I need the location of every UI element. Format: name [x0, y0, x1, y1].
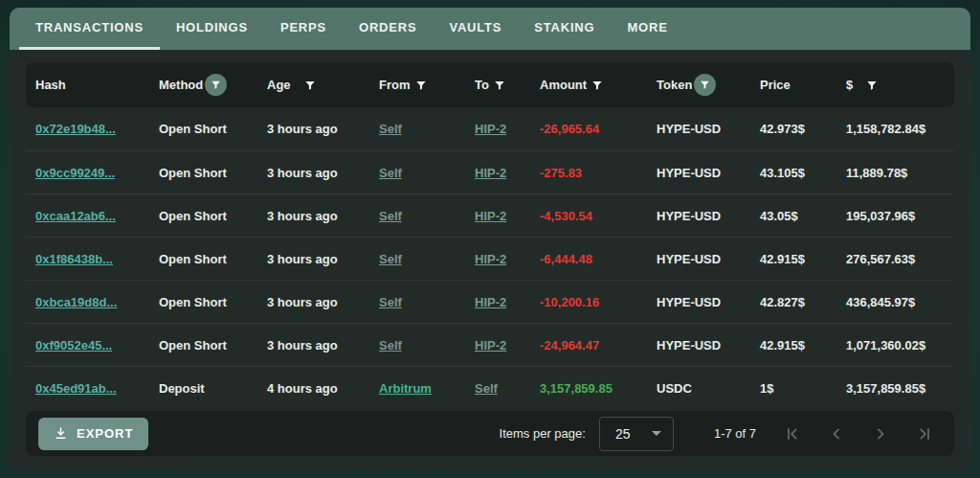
transactions-widget: TRANSACTIONS HOLDINGS PERPS ORDERS VAULT… [10, 8, 970, 469]
hash-link[interactable]: 0x9cc99249... [35, 166, 115, 180]
column-header-price: Price [760, 78, 791, 92]
usd-filter-icon[interactable] [865, 79, 879, 92]
hash-link[interactable]: 0x72e19b48... [35, 122, 116, 136]
token-cell: HYPE-USD [657, 122, 760, 136]
amount-cell: -275.83 [540, 166, 657, 180]
price-cell: 42.915$ [760, 338, 846, 353]
age-filter-icon[interactable] [303, 79, 317, 92]
export-button[interactable]: EXPORT [38, 418, 148, 450]
to-link[interactable]: HIP-2 [475, 252, 506, 266]
amount-filter-icon[interactable] [590, 79, 604, 92]
hash-link[interactable]: 0xcaa12ab6... [35, 209, 116, 223]
price-cell: 42.915$ [760, 252, 846, 266]
table-header: Hash Method Age From To Amount Token Pri… [26, 62, 954, 107]
usd-cell: 276,567.63$ [846, 252, 945, 266]
method-cell: Open Short [159, 252, 267, 266]
tab-vaults[interactable]: VAULTS [433, 8, 518, 50]
tab-orders[interactable]: ORDERS [343, 8, 433, 50]
amount-cell: -26,965.64 [540, 122, 657, 136]
previous-page-icon[interactable] [825, 422, 848, 445]
price-cell: 42.827$ [760, 295, 846, 309]
from-link[interactable]: Arbitrum [379, 381, 432, 396]
usd-cell: 3,157,859.85$ [846, 381, 945, 396]
age-cell: 3 hours ago [267, 209, 379, 223]
table-body: 0x72e19b48... Open Short 3 hours ago Sel… [26, 107, 954, 409]
from-link[interactable]: Self [379, 122, 402, 136]
tab-perps[interactable]: PERPS [264, 8, 343, 50]
usd-cell: 436,845.97$ [846, 295, 945, 309]
pagination [781, 422, 942, 445]
hash-link[interactable]: 0xf9052e45... [35, 338, 112, 353]
method-cell: Open Short [159, 209, 267, 223]
to-link[interactable]: HIP-2 [475, 122, 506, 136]
to-link[interactable]: HIP-2 [475, 166, 506, 180]
token-cell: HYPE-USD [657, 209, 760, 223]
table-row: 0x72e19b48... Open Short 3 hours ago Sel… [26, 107, 954, 150]
table-row: 0x9cc99249... Open Short 3 hours ago Sel… [26, 150, 954, 193]
first-page-icon[interactable] [781, 422, 804, 445]
export-button-label: EXPORT [77, 426, 133, 441]
token-cell: HYPE-USD [657, 252, 760, 266]
amount-cell: -4,530.54 [540, 209, 657, 223]
column-header-method: Method [159, 78, 203, 92]
tab-more[interactable]: MORE [611, 8, 683, 50]
token-cell: HYPE-USD [657, 338, 760, 353]
price-cell: 42.973$ [760, 122, 846, 136]
method-cell: Open Short [159, 295, 267, 309]
hash-link[interactable]: 0x45ed91ab... [35, 381, 117, 396]
price-cell: 43.105$ [760, 166, 846, 180]
from-link[interactable]: Self [379, 209, 402, 223]
method-cell: Open Short [159, 166, 267, 180]
next-page-icon[interactable] [869, 422, 892, 445]
age-cell: 3 hours ago [267, 295, 379, 309]
download-icon [54, 426, 68, 441]
dropdown-caret-icon [652, 431, 661, 436]
from-link[interactable]: Self [379, 166, 402, 180]
usd-cell: 1,071,360.02$ [846, 338, 945, 353]
hash-link[interactable]: 0xbca19d8d... [35, 295, 117, 309]
amount-cell: -24,964.47 [540, 338, 657, 353]
amount-cell: 3,157,859.85 [540, 381, 657, 396]
to-filter-icon[interactable] [493, 79, 506, 92]
to-link[interactable]: Self [475, 381, 498, 396]
usd-cell: 195,037.96$ [846, 209, 945, 223]
tab-staking[interactable]: STAKING [518, 8, 611, 50]
age-cell: 3 hours ago [267, 252, 379, 266]
usd-cell: 11,889.78$ [846, 166, 945, 180]
tab-transactions[interactable]: TRANSACTIONS [19, 8, 160, 50]
from-link[interactable]: Self [379, 338, 402, 353]
method-filter-icon[interactable] [205, 74, 227, 96]
to-link[interactable]: HIP-2 [475, 338, 506, 353]
from-link[interactable]: Self [379, 252, 402, 266]
method-cell: Open Short [159, 338, 267, 353]
tab-bar: TRANSACTIONS HOLDINGS PERPS ORDERS VAULT… [10, 8, 970, 50]
to-link[interactable]: HIP-2 [475, 209, 506, 223]
page-range-label: 1-7 of 7 [714, 426, 756, 441]
column-header-hash: Hash [35, 78, 66, 92]
items-per-page-select[interactable]: 25 [599, 417, 674, 451]
age-cell: 3 hours ago [267, 166, 379, 180]
last-page-icon[interactable] [913, 422, 936, 445]
usd-cell: 1,158,782.84$ [846, 122, 945, 136]
price-cell: 43.05$ [760, 209, 846, 223]
column-header-to: To [475, 78, 489, 92]
column-header-from: From [379, 78, 411, 92]
amount-cell: -10,200.16 [540, 295, 657, 309]
table-footer: EXPORT Items per page: 25 1-7 of 7 [26, 411, 954, 456]
token-filter-icon[interactable] [694, 74, 716, 96]
column-header-token: Token [657, 78, 692, 92]
to-link[interactable]: HIP-2 [475, 295, 506, 309]
from-link[interactable]: Self [379, 295, 402, 309]
method-cell: Deposit [159, 381, 267, 396]
age-cell: 4 hours ago [267, 381, 379, 396]
age-cell: 3 hours ago [267, 122, 379, 136]
age-cell: 3 hours ago [267, 338, 379, 353]
from-filter-icon[interactable] [414, 79, 428, 92]
token-cell: HYPE-USD [657, 295, 760, 309]
table-container: Hash Method Age From To Amount Token Pri… [10, 50, 970, 469]
hash-link[interactable]: 0x1f86438b... [35, 252, 113, 266]
tab-holdings[interactable]: HOLDINGS [160, 8, 264, 50]
table-row: 0xf9052e45... Open Short 3 hours ago Sel… [26, 323, 954, 366]
token-cell: USDC [657, 381, 760, 396]
column-header-age: Age [267, 78, 291, 92]
